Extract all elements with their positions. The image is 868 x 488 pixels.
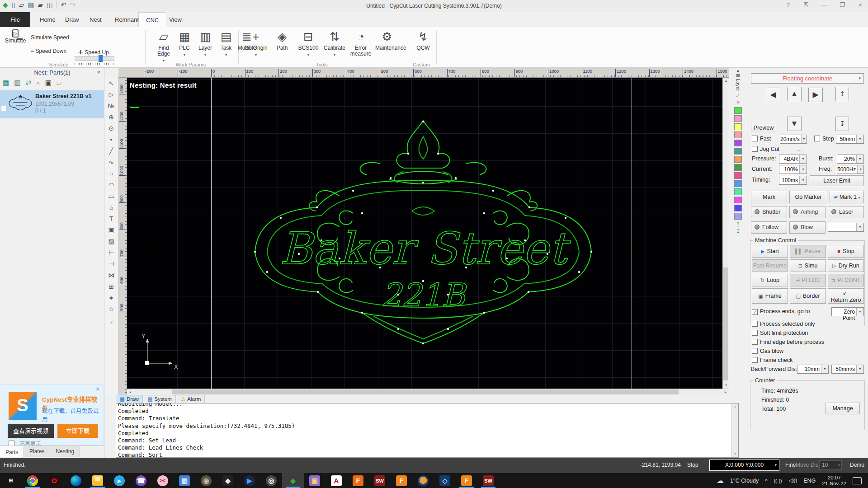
stop-button[interactable]: ■Stop [828, 245, 864, 258]
taskbar-freecad-icon[interactable]: F [347, 473, 369, 488]
taskbar-opera-icon[interactable]: O [43, 473, 65, 488]
bcs100-button[interactable]: ⊟BCS100▾ [297, 29, 320, 57]
process-ends-checkbox[interactable]: ✓Process ends, go to [752, 308, 810, 315]
parts-panel-close-icon[interactable]: × [97, 69, 100, 75]
option-gas-blow[interactable]: Gas blow [752, 348, 783, 354]
select-tool[interactable]: ↖ [104, 78, 118, 89]
ad-download-button[interactable]: 立即下载 [57, 424, 98, 438]
taskbar-obs-icon[interactable]: ◎ [260, 473, 282, 488]
taskbar-gimp-icon[interactable]: ◉ [195, 473, 217, 488]
layer-color-6[interactable] [734, 148, 742, 155]
part-detail-icon[interactable]: ▥ [14, 79, 20, 87]
layer-color-13[interactable] [734, 205, 742, 211]
part-list-item[interactable]: Baker Street 221B v1 1001.29x671.09 0 / … [0, 90, 104, 118]
tray-chevron-icon[interactable]: ^ [765, 478, 767, 483]
tab-nest[interactable]: Nest [82, 12, 109, 27]
tab-plates[interactable]: Plates [24, 446, 50, 457]
frame-button[interactable]: ▣Frame [752, 288, 788, 304]
taskbar-fusion360-icon[interactable]: F [391, 473, 412, 488]
taskbar-media-app-icon[interactable]: ▶ [239, 473, 260, 488]
z-up-button[interactable]: ↥ [835, 87, 849, 101]
z-down-button[interactable]: ↧ [835, 117, 849, 131]
task-button[interactable]: ▤Task▾ [214, 29, 238, 57]
jog-down-button[interactable]: ▼ [787, 117, 802, 131]
border-button[interactable]: ▢Border [790, 288, 826, 304]
layer-apply-icon[interactable]: ✓ [729, 92, 747, 99]
error-measure-button[interactable]: ◔Error measure [349, 29, 373, 57]
restore-button[interactable]: ❐ [838, 1, 846, 8]
tab-parts[interactable]: Parts [0, 446, 24, 457]
taskbar-3d-viewer-icon[interactable]: ◇ [434, 473, 456, 488]
collapse-ribbon-button[interactable]: ⇱ [802, 1, 810, 8]
wand-tool[interactable]: ☆ [104, 304, 118, 315]
fast-checkbox[interactable]: Fast [752, 136, 771, 142]
aiming-toggle[interactable]: Aiming [789, 206, 826, 218]
export-icon[interactable]: ▱ [57, 79, 62, 87]
lead-in-tool[interactable]: ⊢ [104, 247, 118, 258]
simulate-button[interactable]: ▷ Simulate [4, 29, 27, 44]
polyline-tool[interactable]: ∿ [104, 157, 118, 168]
tab-view[interactable]: View [162, 12, 189, 27]
lead-out-icon[interactable]: ↧ [729, 228, 747, 235]
point-tool[interactable]: • [104, 134, 118, 145]
polygon-tool[interactable]: ⌂ [104, 202, 118, 213]
console-tab-alarm[interactable]: ⚠Alarm [177, 395, 205, 403]
burst-dropdown[interactable]: 20%▾ [837, 155, 864, 164]
go-to-dropdown[interactable]: Zero Point▾ [831, 307, 864, 316]
taskbar-telegram-icon[interactable]: ▸ [108, 473, 130, 488]
plc-button[interactable]: ▦PLC▾ [173, 29, 196, 57]
blow-toggle[interactable]: Blow [789, 221, 826, 234]
undo-icon[interactable]: ↶ [61, 1, 66, 9]
horizontal-scrollbar[interactable]: ◂▸ [127, 389, 729, 395]
help-button[interactable]: ? [784, 1, 792, 8]
hscroll-thumb[interactable] [172, 389, 679, 394]
taskbar-cypcut-icon[interactable]: ◆ [282, 473, 304, 488]
drawing-canvas[interactable]: Baker Street 221B Nesting: Nest result [127, 78, 729, 395]
nest-icon[interactable]: ▣ [45, 79, 52, 87]
nc-grid-icon[interactable]: ▦ [28, 1, 34, 9]
jog-left-button[interactable]: ◀ [766, 88, 780, 102]
follow-toggle[interactable]: Follow [751, 221, 787, 234]
taskbar-snip-tool-icon[interactable]: ✂ [152, 473, 174, 488]
volume-icon[interactable]: ◁))) [788, 478, 797, 483]
layer-color-8[interactable] [734, 164, 742, 171]
lead-out-tool[interactable]: ⊣ [104, 258, 118, 270]
jog-right-button[interactable]: ▶ [808, 88, 823, 102]
lead-in-icon[interactable]: ↥ [729, 221, 747, 228]
fillet-tool[interactable]: ◞ [104, 315, 118, 326]
minimize-button[interactable]: — [820, 1, 828, 8]
fast-resume-button[interactable]: Fast Resume [752, 259, 788, 272]
taskbar-chrome-icon[interactable] [22, 473, 43, 488]
open-file-icon[interactable]: ▱ [19, 1, 24, 9]
taskbar-file-explorer-icon[interactable]: ▀ [87, 473, 108, 488]
puzzle-tool[interactable]: ▣ [104, 225, 118, 236]
vscroll-thumb[interactable] [723, 267, 728, 380]
clock[interactable]: 20:0721-Nov-22 [822, 475, 846, 487]
pressure-dropdown[interactable]: 4BAR▾ [779, 155, 807, 164]
layer-color-1[interactable] [734, 107, 742, 114]
layers-icon[interactable]: ▩ [729, 73, 747, 78]
part-delete-icon[interactable]: × [36, 79, 40, 87]
vertical-scrollbar[interactable]: ▴▾ [722, 78, 729, 389]
optimize-tool[interactable]: ∗ [104, 292, 118, 304]
pt-cont-button[interactable]: ⇉Pt CONT [828, 274, 864, 286]
pt-loc-button[interactable]: ⇥Pt LOC [790, 274, 826, 286]
layer-button[interactable]: ▥Layer▾ [193, 29, 217, 57]
taskbar-inkscape-icon[interactable]: ◆ [217, 473, 239, 488]
arc-tool[interactable]: ◠ [104, 179, 118, 191]
extra-output-dropdown[interactable]: ▾ [828, 223, 864, 232]
taskbar-edge-icon[interactable] [65, 473, 87, 488]
language-indicator[interactable]: ENG [803, 478, 816, 484]
taskbar-box-app-icon[interactable]: ▣ [304, 473, 326, 488]
go-marker-button[interactable]: Go Marker [789, 191, 827, 203]
shutter-toggle[interactable]: Shutter [751, 206, 787, 218]
import-icon[interactable]: ▰ [38, 1, 43, 9]
console-tab-draw[interactable]: ▦Draw [116, 395, 143, 403]
text-tool[interactable]: T [104, 213, 118, 225]
start-button[interactable]: ▶Start [752, 245, 788, 258]
fine-mode-label[interactable]: Fine [785, 462, 796, 468]
loop-button[interactable]: ↻Loop [752, 274, 788, 286]
layer-color-12[interactable] [734, 197, 742, 203]
option-frame-check[interactable]: Frame check [752, 357, 793, 363]
preview-button[interactable]: Preview [751, 123, 776, 133]
